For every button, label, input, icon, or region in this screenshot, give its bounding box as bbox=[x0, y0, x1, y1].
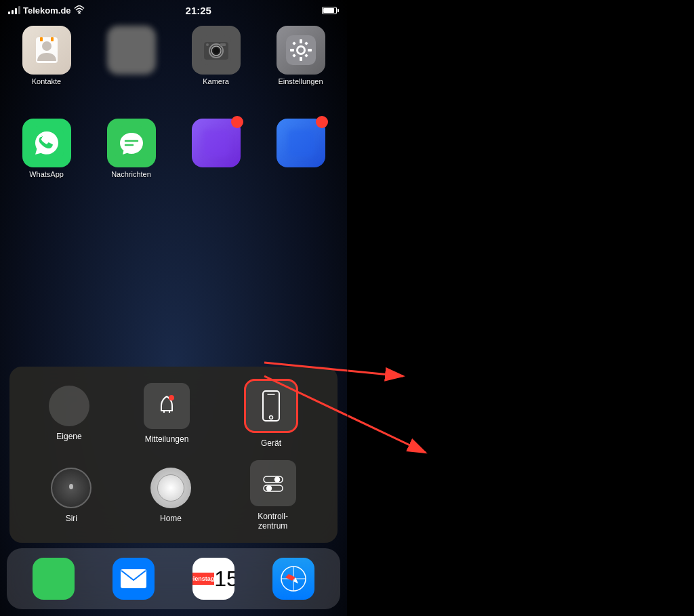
left-assist-siri[interactable]: Siri bbox=[51, 468, 91, 523]
left-app-purple[interactable] bbox=[176, 119, 256, 178]
left-dock-icon-calendar: Dienstag 15 bbox=[192, 558, 234, 600]
svg-point-9 bbox=[213, 48, 219, 54]
svg-point-14 bbox=[298, 47, 304, 53]
left-app-kontakte[interactable]: Kontakte bbox=[7, 26, 86, 85]
left-assist-mitteilungen[interactable]: Mitteilungen bbox=[144, 383, 190, 444]
svg-rect-30 bbox=[263, 391, 279, 421]
left-dock-icon-mail bbox=[113, 558, 155, 600]
svg-rect-17 bbox=[290, 49, 294, 52]
left-assist-icon-geraet bbox=[244, 379, 298, 433]
left-dock-phone[interactable] bbox=[33, 558, 75, 600]
svg-point-11 bbox=[206, 43, 209, 46]
svg-rect-38 bbox=[121, 569, 146, 588]
svg-point-29 bbox=[169, 395, 174, 401]
left-panel: Telekom.de 21:25 bbox=[0, 0, 347, 616]
left-dock-calendar[interactable]: Dienstag 15 bbox=[192, 558, 234, 600]
svg-rect-18 bbox=[308, 49, 312, 52]
left-status-bar: Telekom.de 21:25 bbox=[0, 0, 347, 20]
left-assist-eigene[interactable]: Eigene bbox=[49, 386, 89, 441]
panel-divider bbox=[347, 0, 348, 616]
left-icon-kontakte bbox=[22, 26, 71, 75]
left-app-whatsapp[interactable]: WhatsApp bbox=[7, 119, 86, 178]
left-dock-mail[interactable] bbox=[113, 558, 155, 600]
svg-point-2 bbox=[42, 41, 52, 51]
svg-point-32 bbox=[270, 416, 273, 419]
left-time: 21:25 bbox=[186, 5, 211, 16]
left-icon-blurred1 bbox=[107, 26, 156, 75]
left-app-kamera[interactable]: Kamera bbox=[176, 26, 256, 85]
svg-point-0 bbox=[79, 12, 80, 14]
left-assist-label-mitteilungen: Mitteilungen bbox=[145, 434, 189, 444]
left-label-kamera: Kamera bbox=[203, 77, 229, 85]
left-app-nachrichten[interactable]: Nachrichten bbox=[91, 119, 171, 178]
left-status-left: Telekom.de bbox=[8, 5, 85, 16]
left-assist-icon-mitteilungen bbox=[144, 383, 190, 429]
svg-point-33 bbox=[69, 484, 73, 489]
left-icon-kamera bbox=[192, 26, 241, 75]
left-app-blue[interactable] bbox=[261, 119, 340, 178]
left-assist-label-geraet: Gerät bbox=[261, 438, 281, 448]
svg-rect-26 bbox=[287, 129, 314, 157]
left-assist-home[interactable]: Home bbox=[150, 468, 191, 523]
left-dock-icon-phone bbox=[33, 558, 75, 600]
left-overlay-panel: Eigene Mitteilungen bbox=[9, 367, 338, 543]
left-assist-label-eigene: Eigene bbox=[56, 432, 81, 441]
left-dock: Dienstag 15 bbox=[7, 548, 340, 609]
left-label-whatsapp: WhatsApp bbox=[29, 170, 64, 178]
svg-rect-3 bbox=[51, 37, 54, 41]
left-icon-settings bbox=[277, 26, 325, 75]
left-label-kontakte: Kontakte bbox=[32, 77, 61, 85]
left-dock-icon-safari bbox=[272, 558, 314, 600]
left-dock-safari[interactable] bbox=[272, 558, 314, 600]
left-label-einstellungen: Einstellungen bbox=[278, 77, 323, 85]
left-location-icon bbox=[312, 5, 319, 16]
left-battery bbox=[322, 7, 339, 14]
svg-rect-15 bbox=[300, 39, 302, 43]
left-carrier: Telekom.de bbox=[23, 5, 71, 16]
svg-rect-16 bbox=[300, 57, 302, 61]
svg-rect-10 bbox=[220, 43, 226, 46]
left-app-blurred1[interactable] bbox=[91, 26, 171, 85]
left-icon-purple bbox=[192, 119, 241, 167]
left-icons-row2: WhatsApp Nachrichten bbox=[0, 119, 347, 178]
left-assist-icon-kontroll bbox=[250, 460, 296, 506]
left-assist-geraet[interactable]: Gerät bbox=[244, 379, 298, 448]
left-icon-blue bbox=[277, 119, 325, 167]
left-signal bbox=[8, 6, 20, 14]
left-assist-label-home: Home bbox=[160, 514, 182, 523]
left-badge-purple bbox=[231, 116, 243, 128]
left-icons-row1: Kontakte bbox=[0, 26, 347, 85]
left-badge-blue bbox=[316, 116, 328, 128]
svg-point-35 bbox=[274, 477, 279, 482]
left-icon-messages bbox=[107, 119, 156, 167]
left-assist-icon-siri bbox=[51, 468, 91, 508]
svg-rect-25 bbox=[203, 129, 230, 157]
left-label-nachrichten: Nachrichten bbox=[111, 170, 151, 178]
svg-rect-4 bbox=[40, 37, 43, 41]
left-assist-icon-eigene bbox=[49, 386, 89, 426]
svg-point-37 bbox=[266, 486, 271, 491]
left-app-einstellungen[interactable]: Einstellungen bbox=[261, 26, 340, 85]
left-wifi-icon bbox=[74, 5, 85, 16]
left-status-right bbox=[312, 5, 339, 16]
left-assist-kontroll[interactable]: Kontroll- zentrum bbox=[250, 460, 296, 531]
left-icon-whatsapp bbox=[22, 119, 71, 167]
left-assist-label-siri: Siri bbox=[66, 514, 77, 523]
left-assist-icon-home bbox=[150, 468, 191, 508]
left-assist-label-kontroll: Kontroll- zentrum bbox=[258, 512, 288, 531]
main-container: Telekom.de 21:25 bbox=[0, 0, 694, 616]
